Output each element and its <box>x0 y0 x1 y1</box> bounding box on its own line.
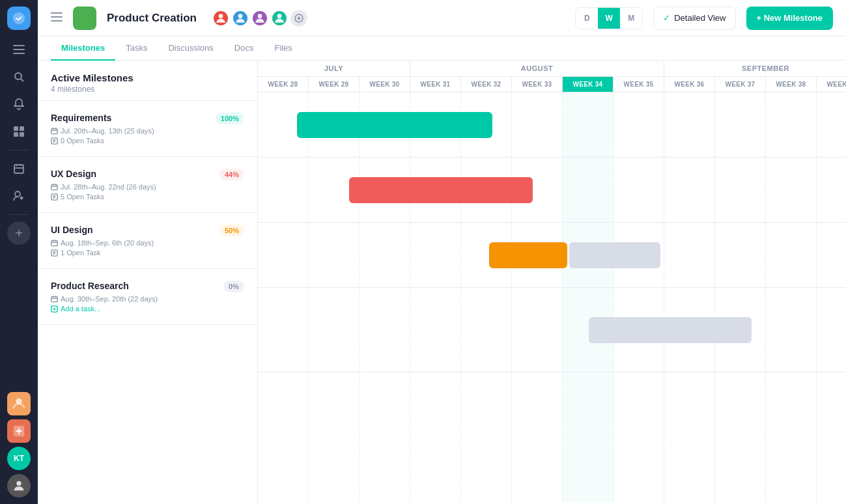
svg-point-27 <box>258 14 262 18</box>
week-31[interactable]: WEEK 31 <box>410 77 461 92</box>
requirements-date: Jul. 20th–Aug. 13th (25 days) <box>51 127 244 135</box>
project-avatar-1[interactable] <box>7 392 31 415</box>
week-34[interactable]: WEEK 34 <box>563 77 613 92</box>
user-avatar[interactable] <box>7 474 31 497</box>
cell-e-10 <box>766 372 817 503</box>
bar-requirements[interactable] <box>297 112 492 138</box>
svg-rect-56 <box>51 296 57 301</box>
panel-header: Active Milestones 4 milestones <box>38 61 257 101</box>
cell-r1-6 <box>563 158 613 222</box>
svg-rect-21 <box>51 16 63 18</box>
cell-e-5 <box>512 372 563 503</box>
panel-subtitle: 4 milestones <box>51 85 244 94</box>
svg-rect-40 <box>51 184 57 189</box>
bar-product-research[interactable] <box>589 317 752 343</box>
member-avatar-2[interactable] <box>232 10 249 27</box>
ux-design-badge: 44% <box>219 169 244 180</box>
svg-point-25 <box>219 14 223 18</box>
svg-rect-23 <box>76 9 94 27</box>
milestones-panel: Active Milestones 4 milestones 100% Requ… <box>38 61 258 504</box>
svg-rect-1 <box>13 45 25 46</box>
sidebar-divider <box>9 150 29 150</box>
search-icon[interactable] <box>7 65 31 89</box>
project-avatar-2[interactable] <box>7 419 31 443</box>
cell-r1-7 <box>613 158 664 222</box>
cell-r0-6 <box>563 92 613 157</box>
week-35[interactable]: WEEK 35 <box>613 77 664 92</box>
view-toggle: D W M <box>575 7 643 29</box>
add-project-button[interactable]: + <box>7 221 31 245</box>
view-day-button[interactable]: D <box>576 8 598 29</box>
week-30[interactable]: WEEK 30 <box>360 77 410 92</box>
ux-design-tasks: 5 Open Tasks <box>51 193 244 201</box>
cell-r3-4 <box>461 288 512 372</box>
cell-r1-9 <box>715 158 766 222</box>
tab-docs[interactable]: Docs <box>224 36 264 61</box>
august-weeks: WEEK 31 WEEK 32 WEEK 33 WEEK 34 WEEK 35 <box>410 77 664 92</box>
svg-rect-48 <box>51 240 57 245</box>
svg-rect-10 <box>14 165 23 173</box>
week-33[interactable]: WEEK 33 <box>512 77 563 92</box>
project-avatar-kt[interactable]: KT <box>7 447 31 470</box>
cell-r2-10 <box>766 223 817 287</box>
week-32[interactable]: WEEK 32 <box>461 77 512 92</box>
bar-ux-design[interactable] <box>349 177 533 203</box>
bell-icon[interactable] <box>7 92 31 116</box>
member-avatar-3[interactable] <box>251 10 268 27</box>
tab-files[interactable]: Files <box>264 36 302 61</box>
grid-icon[interactable] <box>7 120 31 143</box>
app-logo[interactable] <box>7 7 31 30</box>
add-user-icon[interactable] <box>7 184 31 208</box>
calendar-small-icon-4 <box>51 296 58 303</box>
add-member-button[interactable] <box>290 10 307 27</box>
view-week-button[interactable]: W <box>598 8 620 29</box>
tab-milestones[interactable]: Milestones <box>51 36 115 61</box>
week-28[interactable]: WEEK 28 <box>258 77 309 92</box>
svg-point-28 <box>277 14 282 18</box>
cell-r1-8 <box>664 158 715 222</box>
cell-r2-8 <box>664 223 715 287</box>
svg-point-19 <box>16 481 21 486</box>
svg-point-14 <box>15 191 20 197</box>
menu-icon[interactable] <box>7 38 31 61</box>
week-29[interactable]: WEEK 29 <box>309 77 360 92</box>
cell-e-2 <box>360 372 410 503</box>
cell-e-1 <box>309 372 360 503</box>
new-milestone-button[interactable]: + New Milestone <box>746 7 834 30</box>
week-39[interactable]: WEEK 39 <box>817 77 846 92</box>
cell-r3-5 <box>512 288 563 372</box>
milestone-ux-design: 44% UX Design Jul. 28th–Aug. 22nd (26 da… <box>38 157 257 213</box>
project-icon: 🎯 <box>73 7 96 30</box>
cell-r2-0 <box>258 223 309 287</box>
bar-ui-design-done[interactable] <box>489 242 567 268</box>
cell-r3-2 <box>360 288 410 372</box>
tab-tasks[interactable]: Tasks <box>115 36 158 61</box>
ui-design-badge: 50% <box>219 225 244 236</box>
main-area: 🎯 Product Creation <box>38 0 846 504</box>
week-37[interactable]: WEEK 37 <box>715 77 766 92</box>
svg-line-5 <box>21 79 23 81</box>
calendar-icon[interactable] <box>7 157 31 180</box>
view-month-button[interactable]: M <box>620 8 642 29</box>
sidebar: + KT <box>0 0 38 504</box>
cell-r2-11 <box>817 223 846 287</box>
gantt-row-requirements <box>258 92 846 158</box>
calendar-small-icon <box>51 128 58 135</box>
september-label: SEPTEMBER <box>664 61 846 77</box>
member-avatar-4[interactable] <box>271 10 288 27</box>
detailed-view-button[interactable]: ✓ Detailed View <box>653 7 735 30</box>
hamburger-button[interactable] <box>51 11 63 25</box>
add-task-link[interactable]: Add a task... <box>51 305 244 313</box>
ux-design-name: UX Design <box>51 169 244 179</box>
week-36[interactable]: WEEK 36 <box>664 77 715 92</box>
product-research-badge: 0% <box>223 281 244 292</box>
bar-ui-design-remaining[interactable] <box>569 242 660 268</box>
gantt-body <box>258 92 846 503</box>
tab-discussions[interactable]: Discussions <box>158 36 223 61</box>
member-avatar-1[interactable] <box>212 10 229 27</box>
cell-r0-5 <box>512 92 563 157</box>
week-38[interactable]: WEEK 38 <box>766 77 817 92</box>
svg-point-26 <box>238 14 243 18</box>
cell-r0-7 <box>613 92 664 157</box>
svg-rect-32 <box>51 128 57 133</box>
